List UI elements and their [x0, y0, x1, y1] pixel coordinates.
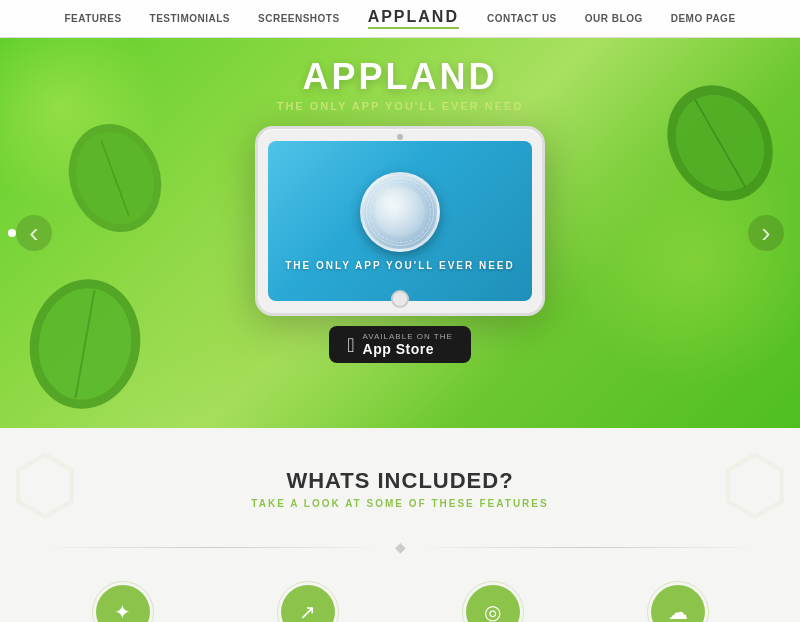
feature-social-wise: ↗ SOCIAL WISE Ne prima vitae noluisse si… [225, 585, 390, 622]
leaf-decoration-left-bottom [20, 274, 150, 418]
smart-design-icon: ✦ [114, 600, 131, 622]
feature-cloud-storage: ☁ CLOUD STORAGE Ne prima vitae noluisse … [595, 585, 760, 622]
nav-demo[interactable]: Demo Page [671, 13, 736, 24]
ipad-home-button[interactable] [391, 290, 409, 308]
ipad-screen-text: THE ONLY APP YOU'LL EVER NEED [285, 260, 515, 271]
features-title: WHATS INCLUDED? [40, 468, 760, 494]
slide-dots[interactable] [8, 229, 16, 237]
location-ready-icon-wrap: ◎ [466, 585, 520, 622]
next-arrow[interactable]: › [748, 215, 784, 251]
cloud-icon: ☁ [668, 600, 688, 622]
location-icon: ◎ [484, 600, 501, 622]
appstore-name-label: App Store [363, 341, 453, 357]
feature-smart-design: ✦ SMART DESIGN Ne prima vitae noluisse s… [40, 585, 205, 622]
divider-diamond: ◆ [395, 539, 406, 555]
features-divider: ◆ [40, 539, 760, 555]
smart-design-icon-wrap: ✦ [96, 585, 150, 622]
ipad-mockup: THE ONLY APP YOU'LL EVER NEED [255, 126, 545, 316]
nav-testimonials[interactable]: Testimonials [150, 13, 230, 24]
hero-title: APPLAND [302, 56, 497, 98]
nav-screenshots[interactable]: Screenshots [258, 13, 340, 24]
cloud-storage-icon-wrap: ☁ [651, 585, 705, 622]
hero-section: ‹ APPLAND THE ONLY APP YOU'LL EVER NEED … [0, 38, 800, 428]
features-section: ⬡ ⬡ ⬡ ⬡ WHATS INCLUDED? TAKE A LOOK AT S… [0, 428, 800, 622]
apple-icon:  [347, 335, 354, 355]
ipad-knob [360, 172, 440, 252]
nav-blog[interactable]: Our Blog [585, 13, 643, 24]
nav-features[interactable]: Features [64, 13, 121, 24]
prev-arrow[interactable]: ‹ [16, 215, 52, 251]
nav-brand[interactable]: APPLAND [368, 8, 459, 29]
nav-contact[interactable]: Contact Us [487, 13, 557, 24]
feature-location-ready: ◎ LOCATION READY Ne prima vitae noluisse… [410, 585, 575, 622]
appstore-button[interactable]:  Available on the App Store [329, 326, 471, 363]
ipad-screen: THE ONLY APP YOU'LL EVER NEED [268, 141, 532, 301]
features-subtitle: TAKE A LOOK AT SOME OF THESE FEATURES [40, 498, 760, 509]
social-wise-icon-wrap: ↗ [281, 585, 335, 622]
social-wise-icon: ↗ [299, 600, 316, 622]
leaf-decoration-right-top [660, 78, 780, 212]
hero-subtitle: THE ONLY APP YOU'LL EVER NEED [277, 100, 524, 112]
leaf-decoration-left-top [60, 118, 170, 242]
appstore-available-label: Available on the [363, 332, 453, 341]
ipad-camera [397, 134, 403, 140]
navigation: Features Testimonials Screenshots APPLAN… [0, 0, 800, 38]
features-grid: ✦ SMART DESIGN Ne prima vitae noluisse s… [40, 585, 760, 622]
dot-1[interactable] [8, 229, 16, 237]
